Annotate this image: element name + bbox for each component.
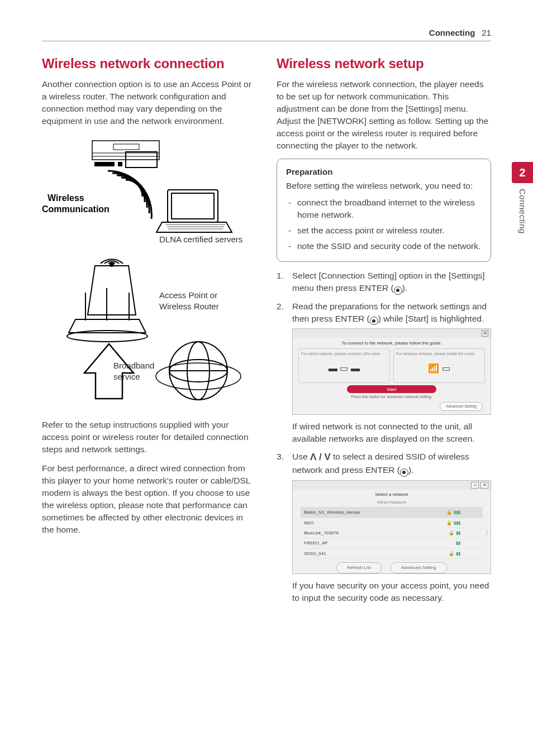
setup-intro-paragraph: For the wireless network connection, the…: [277, 78, 491, 152]
lock-icon: 🔒: [449, 530, 454, 536]
ss2-title: Select a network: [293, 490, 491, 499]
diagram-label-wireless-2: Communication: [42, 204, 110, 214]
signal-icon: ▮▮▮: [454, 520, 460, 526]
diagram-label-dlna: DLNA certified servers: [159, 235, 242, 244]
signal-icon: ▮▮: [456, 551, 460, 557]
lock-icon: 🔒: [446, 520, 452, 526]
lock-icon: 🔒: [449, 551, 454, 557]
svg-rect-1: [113, 144, 139, 150]
intro-paragraph: Another connection option is to use an A…: [42, 78, 256, 127]
signal-icon: ▮▮▮: [454, 509, 460, 515]
enter-icon: [400, 468, 408, 477]
heading-wireless-connection: Wireless network connection: [42, 56, 256, 71]
enter-icon: [394, 286, 402, 295]
after-ss2-paragraph: If you have security on your access poin…: [277, 580, 491, 604]
advanced-setting-button: Advanced Setting: [440, 402, 483, 411]
network-row: BlueLink_703878 🔒▮▮: [301, 528, 483, 538]
prep-item: set the access point or wireless router.: [288, 224, 482, 237]
wireless-router-icon: 📶 ▭: [396, 357, 482, 380]
ss1-note: Press this button for advanced network s…: [293, 394, 491, 400]
step-2: Read the preparations for the network se…: [277, 300, 491, 415]
performance-paragraph: For best performance, a direct wired con…: [42, 462, 256, 536]
step-1: Select [Connection Setting] option in th…: [277, 270, 491, 295]
diagram-label-ap-2: Wireless Router: [159, 302, 219, 311]
prep-item: note the SSID and security code of the n…: [288, 240, 482, 252]
header-page-number: 21: [482, 28, 491, 37]
svg-point-21: [156, 363, 241, 390]
up-down-arrows-icon: Λ / V: [310, 452, 331, 462]
right-column: Wireless network setup For the wireless …: [277, 56, 491, 610]
header-section: Connecting: [429, 28, 475, 37]
wired-devices-icon: ▬ ▭ ▬: [301, 357, 387, 380]
start-button: Start: [347, 385, 436, 393]
enter-icon: [370, 317, 378, 325]
signal-icon: ▮▮: [456, 540, 460, 546]
ss2-wired-label: Wired Network: [301, 499, 483, 508]
ss1-pane-wireless: For wireless network, please install the…: [393, 348, 485, 383]
preparation-lead: Before setting the wireless network, you…: [286, 180, 482, 192]
network-list: Belkin_N1_Wireless_kampa 🔒▮▮▮ NEO 🔒▮▮▮ B…: [293, 508, 491, 559]
refresh-list-button: Refresh List: [336, 562, 382, 573]
screenshot-select-network: ⊃ ✕ Select a network Wired Network Belki…: [292, 480, 491, 574]
screenshot-network-guide: ✕ To connect to the network, please foll…: [292, 328, 491, 415]
close-icon: ✕: [482, 330, 488, 337]
ss1-title: To connect to the network, please follow…: [293, 338, 491, 348]
network-diagram: Wireless Communication DLNA certified se…: [42, 136, 256, 410]
heading-wireless-setup: Wireless network setup: [277, 56, 491, 71]
network-row: SDSS_041 🔒▮▮: [301, 549, 483, 559]
chevron-right-icon: 〉: [485, 528, 493, 539]
diagram-label-bb-2: service: [113, 372, 140, 381]
side-tab: 2 Connecting: [512, 162, 533, 234]
network-row: NEO 🔒▮▮▮: [301, 518, 483, 528]
preparation-list: connect the broadband internet to the wi…: [286, 197, 482, 252]
svg-rect-8: [172, 193, 214, 219]
setup-instructions-paragraph: Refer to the setup instructions supplied…: [42, 419, 256, 456]
after-ss1-paragraph: If wired network is not connected to the…: [277, 420, 491, 445]
diagram-label-ap-1: Access Point or: [159, 290, 217, 300]
ss1-pane-wired: For wired network, please connect LAN ca…: [298, 348, 390, 383]
diagram-label-wireless-1: Wireless: [47, 193, 84, 203]
advanced-setting-button: Advanced Setting: [391, 562, 447, 573]
step-3: Use Λ / V to select a desired SSID of wi…: [277, 451, 491, 574]
page-header: Connecting 21: [42, 28, 491, 41]
preparation-box: Preparation Before setting the wireless …: [277, 159, 491, 262]
left-column: Wireless network connection Another conn…: [42, 56, 256, 610]
side-tab-number: 2: [512, 162, 533, 183]
side-tab-label: Connecting: [518, 189, 527, 234]
network-row: FREEO_AP ▮▮: [301, 538, 483, 548]
close-icon: ✕: [480, 482, 488, 489]
svg-rect-5: [118, 162, 122, 166]
back-icon: ⊃: [471, 482, 479, 489]
diagram-label-bb-1: Broadband: [113, 361, 154, 370]
svg-rect-7: [168, 190, 218, 222]
network-row: Belkin_N1_Wireless_kampa 🔒▮▮▮: [301, 508, 483, 518]
signal-icon: ▮▮: [456, 530, 460, 536]
preparation-title: Preparation: [286, 167, 482, 176]
prep-item: connect the broadband internet to the wi…: [288, 197, 482, 221]
lock-icon: 🔒: [446, 509, 452, 515]
svg-rect-4: [94, 162, 115, 166]
